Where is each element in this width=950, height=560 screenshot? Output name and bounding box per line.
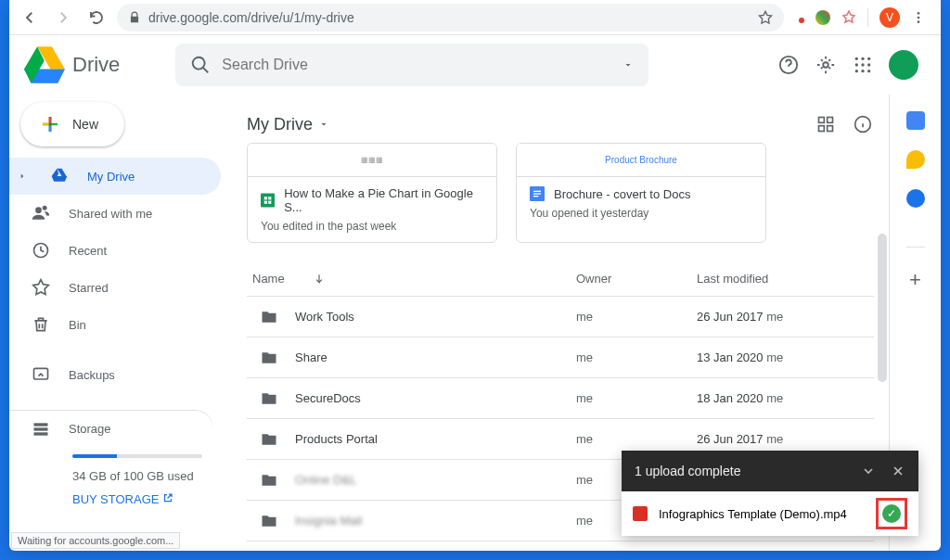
search-dropdown-icon[interactable] (623, 59, 634, 70)
sidebar-item-bin[interactable]: Bin (9, 306, 221, 343)
svg-rect-17 (34, 423, 48, 426)
ext-icon-3[interactable] (841, 10, 856, 25)
sort-arrow-icon (292, 273, 305, 286)
sidebar-item-recent[interactable]: Recent (9, 232, 221, 269)
app-header: Drive (9, 35, 941, 95)
sidebar-item-my-drive[interactable]: My Drive (9, 158, 221, 195)
breadcrumb[interactable]: My Drive (247, 115, 329, 134)
tasks-addon-icon[interactable] (906, 189, 925, 208)
close-icon[interactable] (891, 464, 905, 478)
file-name: Work Tools (295, 310, 354, 324)
suggestion-card[interactable]: Product Brochure Brochure - covert to Do… (516, 143, 766, 243)
file-name: Share (295, 350, 327, 364)
drive-logo (24, 46, 65, 83)
table-header: Name Owner Last modified (247, 261, 874, 297)
search-bar[interactable] (175, 44, 648, 86)
url-text: drive.google.com/drive/u/1/my-drive (148, 10, 354, 25)
divider (867, 8, 868, 27)
scrollbar[interactable] (878, 234, 887, 382)
file-owner: me (576, 391, 697, 405)
new-button[interactable]: New (20, 102, 124, 146)
folder-icon (260, 430, 278, 449)
profile-avatar[interactable] (889, 50, 918, 80)
new-button-label: New (72, 117, 98, 132)
breadcrumb-label: My Drive (247, 115, 313, 134)
plus-icon (39, 113, 61, 135)
profile-avatar-browser[interactable]: V (879, 7, 900, 28)
card-subtitle: You edited in the past week (261, 220, 483, 233)
view-grid-button[interactable] (815, 113, 837, 135)
svg-rect-18 (34, 427, 48, 430)
upload-toast: 1 upload complete Infographics Template … (622, 451, 918, 536)
sidebar-item-backups[interactable]: Backups (9, 356, 221, 393)
col-header-name-label: Name (252, 272, 285, 286)
upload-item[interactable]: Infographics Template (Demo).mp4 ✓ (622, 491, 918, 536)
card-preview: Product Brochure (517, 144, 765, 177)
table-row[interactable]: Shareme13 Jan 2020 me (247, 337, 874, 378)
svg-rect-31 (533, 193, 541, 194)
external-link-icon (162, 492, 173, 503)
buy-storage-link[interactable]: BUY STORAGE (72, 492, 173, 506)
ext-icon-1[interactable] (799, 18, 804, 23)
folder-icon (260, 349, 278, 367)
svg-point-12 (861, 70, 864, 72)
address-bar[interactable]: drive.google.com/drive/u/1/my-drive (117, 4, 784, 32)
sidebar-item-label: Storage (69, 422, 111, 436)
svg-point-2 (918, 20, 920, 23)
drive-icon (50, 167, 69, 185)
svg-rect-22 (819, 126, 825, 132)
card-title: How to Make a Pie Chart in Google S... (284, 186, 483, 214)
file-modified: 13 Jan 2020 me (697, 350, 874, 364)
keep-addon-icon[interactable] (906, 150, 925, 169)
calendar-addon-icon[interactable] (906, 111, 925, 130)
nav-back-button[interactable] (17, 5, 43, 31)
svg-rect-28 (267, 197, 268, 204)
video-file-icon (633, 506, 648, 521)
sidebar-item-label: Backups (69, 368, 115, 382)
file-modified: 26 Jun 2017 me (697, 310, 874, 324)
lock-icon (128, 11, 141, 24)
backup-icon (32, 365, 50, 384)
file-name: Products Portal (295, 432, 378, 446)
browser-toolbar: drive.google.com/drive/u/1/my-drive V (9, 0, 941, 35)
check-icon: ✓ (882, 504, 901, 523)
star-icon[interactable] (758, 10, 773, 25)
sidebar-item-shared[interactable]: Shared with me (9, 195, 221, 232)
sidebar-item-label: Shared with me (69, 207, 152, 221)
folder-icon (260, 389, 278, 408)
reload-button[interactable] (83, 5, 109, 31)
col-header-owner[interactable]: Owner (576, 272, 697, 286)
ext-icon-2[interactable] (815, 10, 830, 25)
apps-button[interactable] (852, 54, 874, 76)
settings-button[interactable] (815, 54, 837, 76)
folder-icon (260, 512, 278, 530)
chevron-down-icon[interactable] (861, 464, 876, 478)
info-button[interactable] (852, 113, 874, 135)
table-row[interactable]: Work Toolsme26 Jun 2017 me (247, 297, 874, 337)
table-row[interactable]: SecureDocsme18 Jan 2020 me (247, 378, 874, 419)
upload-filename: Infographics Template (Demo).mp4 (659, 507, 847, 521)
search-input[interactable] (222, 57, 611, 73)
svg-point-4 (823, 62, 828, 68)
add-addon-button[interactable]: + (909, 268, 921, 292)
browser-menu-icon[interactable] (911, 10, 926, 25)
suggestion-card[interactable]: ▦▦▦ How to Make a Pie Chart in Google S.… (247, 143, 497, 243)
svg-point-9 (861, 63, 864, 66)
extension-icons: V (791, 7, 933, 28)
svg-point-6 (861, 57, 864, 60)
help-button[interactable] (777, 54, 800, 76)
file-owner: me (576, 310, 697, 324)
sidebar-item-storage[interactable]: Storage (9, 410, 213, 447)
col-header-modified[interactable]: Last modified (697, 272, 874, 286)
file-name: Insignia Mail (295, 514, 362, 528)
sidebar-item-starred[interactable]: Starred (9, 269, 221, 306)
nav-forward-button[interactable] (50, 5, 76, 31)
sidebar-item-label: My Drive (87, 170, 135, 184)
trash-icon (32, 315, 50, 334)
svg-rect-30 (533, 191, 541, 192)
file-owner: me (576, 350, 697, 364)
svg-point-5 (855, 57, 858, 60)
card-subtitle: You opened it yesterday (530, 207, 752, 220)
svg-point-13 (867, 70, 870, 72)
col-header-name[interactable]: Name (247, 272, 576, 286)
